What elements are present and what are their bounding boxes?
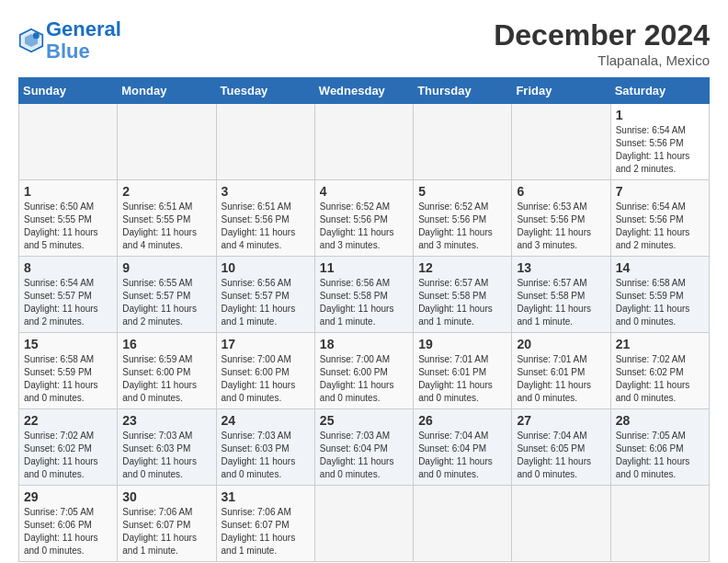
calendar-day-cell: 17 Sunrise: 7:00 AM Sunset: 6:00 PM Dayl… bbox=[216, 333, 314, 409]
empty-cell bbox=[118, 104, 216, 180]
weekday-header-friday: Friday bbox=[512, 78, 610, 104]
calendar-day-cell: 30 Sunrise: 7:06 AM Sunset: 6:07 PM Dayl… bbox=[118, 486, 216, 562]
weekday-header-row: SundayMondayTuesdayWednesdayThursdayFrid… bbox=[19, 78, 710, 104]
day-number: 18 bbox=[320, 337, 408, 351]
day-number: 30 bbox=[122, 489, 210, 504]
calendar-day-cell: 31 Sunrise: 7:06 AM Sunset: 6:07 PM Dayl… bbox=[216, 486, 314, 562]
day-info: Sunrise: 6:50 AM Sunset: 5:55 PM Dayligh… bbox=[24, 201, 112, 252]
calendar-day-cell: 9 Sunrise: 6:55 AM Sunset: 5:57 PM Dayli… bbox=[118, 257, 216, 333]
day-number: 17 bbox=[222, 337, 310, 351]
calendar-day-cell: 26 Sunrise: 7:04 AM Sunset: 6:04 PM Dayl… bbox=[414, 409, 512, 486]
logo-icon bbox=[18, 28, 44, 53]
day-info: Sunrise: 7:06 AM Sunset: 6:07 PM Dayligh… bbox=[222, 506, 310, 557]
day-info: Sunrise: 6:52 AM Sunset: 5:56 PM Dayligh… bbox=[320, 201, 408, 252]
empty-cell bbox=[314, 104, 413, 180]
day-number: 3 bbox=[222, 184, 310, 199]
day-info: Sunrise: 7:01 AM Sunset: 6:01 PM Dayligh… bbox=[418, 353, 506, 405]
logo-text: GeneralBlue bbox=[46, 18, 121, 63]
month-title: December 2024 bbox=[494, 18, 710, 52]
day-number: 4 bbox=[320, 184, 408, 199]
logo: GeneralBlue bbox=[18, 18, 121, 63]
day-info: Sunrise: 7:01 AM Sunset: 6:01 PM Dayligh… bbox=[517, 353, 605, 405]
calendar-day-cell: 4 Sunrise: 6:52 AM Sunset: 5:56 PM Dayli… bbox=[314, 180, 413, 257]
calendar-day-cell: 5 Sunrise: 6:52 AM Sunset: 5:56 PM Dayli… bbox=[414, 180, 512, 257]
calendar-day-cell: 1 Sunrise: 6:54 AM Sunset: 5:56 PM Dayli… bbox=[610, 104, 709, 180]
day-number: 10 bbox=[222, 260, 310, 275]
day-info: Sunrise: 6:54 AM Sunset: 5:57 PM Dayligh… bbox=[24, 277, 112, 328]
day-info: Sunrise: 7:04 AM Sunset: 6:05 PM Dayligh… bbox=[517, 430, 605, 481]
location: Tlapanala, Mexico bbox=[494, 52, 710, 68]
weekday-header-tuesday: Tuesday bbox=[216, 78, 314, 104]
day-number: 21 bbox=[616, 337, 704, 351]
day-info: Sunrise: 6:54 AM Sunset: 5:56 PM Dayligh… bbox=[616, 124, 704, 176]
weekday-header-monday: Monday bbox=[118, 78, 216, 104]
calendar-day-cell: 10 Sunrise: 6:56 AM Sunset: 5:57 PM Dayl… bbox=[216, 257, 314, 333]
day-number: 31 bbox=[222, 489, 310, 504]
calendar-week-row: 8 Sunrise: 6:54 AM Sunset: 5:57 PM Dayli… bbox=[19, 257, 710, 333]
day-number: 12 bbox=[418, 260, 506, 275]
day-info: Sunrise: 6:51 AM Sunset: 5:55 PM Dayligh… bbox=[122, 201, 210, 252]
day-info: Sunrise: 6:51 AM Sunset: 5:56 PM Dayligh… bbox=[222, 201, 310, 252]
calendar-day-cell: 6 Sunrise: 6:53 AM Sunset: 5:56 PM Dayli… bbox=[512, 180, 610, 257]
calendar-day-cell: 15 Sunrise: 6:58 AM Sunset: 5:59 PM Dayl… bbox=[19, 333, 118, 409]
weekday-header-wednesday: Wednesday bbox=[314, 78, 413, 104]
calendar-day-cell: 19 Sunrise: 7:01 AM Sunset: 6:01 PM Dayl… bbox=[414, 333, 512, 409]
day-info: Sunrise: 7:05 AM Sunset: 6:06 PM Dayligh… bbox=[24, 506, 112, 557]
calendar-day-cell: 27 Sunrise: 7:04 AM Sunset: 6:05 PM Dayl… bbox=[512, 409, 610, 486]
day-number: 25 bbox=[320, 413, 408, 428]
calendar-day-cell: 2 Sunrise: 6:51 AM Sunset: 5:55 PM Dayli… bbox=[118, 180, 216, 257]
calendar-week-row: 29 Sunrise: 7:05 AM Sunset: 6:06 PM Dayl… bbox=[19, 486, 710, 562]
weekday-header-thursday: Thursday bbox=[414, 78, 512, 104]
day-info: Sunrise: 7:05 AM Sunset: 6:06 PM Dayligh… bbox=[616, 430, 704, 481]
day-info: Sunrise: 6:57 AM Sunset: 5:58 PM Dayligh… bbox=[418, 277, 506, 328]
day-number: 23 bbox=[122, 413, 210, 428]
calendar-day-cell: 12 Sunrise: 6:57 AM Sunset: 5:58 PM Dayl… bbox=[414, 257, 512, 333]
day-info: Sunrise: 7:03 AM Sunset: 6:03 PM Dayligh… bbox=[222, 430, 310, 481]
calendar-day-cell: 7 Sunrise: 6:54 AM Sunset: 5:56 PM Dayli… bbox=[610, 180, 709, 257]
day-info: Sunrise: 6:55 AM Sunset: 5:57 PM Dayligh… bbox=[122, 277, 210, 328]
calendar-day-cell: 3 Sunrise: 6:51 AM Sunset: 5:56 PM Dayli… bbox=[216, 180, 314, 257]
calendar-day-cell: 24 Sunrise: 7:03 AM Sunset: 6:03 PM Dayl… bbox=[216, 409, 314, 486]
day-number: 15 bbox=[24, 337, 112, 351]
page-header: GeneralBlue December 2024 Tlapanala, Mex… bbox=[18, 18, 710, 68]
day-info: Sunrise: 7:02 AM Sunset: 6:02 PM Dayligh… bbox=[616, 353, 704, 405]
day-number: 22 bbox=[24, 413, 112, 428]
calendar-day-cell: 21 Sunrise: 7:02 AM Sunset: 6:02 PM Dayl… bbox=[610, 333, 709, 409]
day-info: Sunrise: 6:56 AM Sunset: 5:57 PM Dayligh… bbox=[222, 277, 310, 328]
day-number: 1 bbox=[24, 184, 112, 199]
calendar-day-cell: 28 Sunrise: 7:05 AM Sunset: 6:06 PM Dayl… bbox=[610, 409, 709, 486]
weekday-header-saturday: Saturday bbox=[610, 78, 709, 104]
title-block: December 2024 Tlapanala, Mexico bbox=[494, 18, 710, 68]
day-info: Sunrise: 6:53 AM Sunset: 5:56 PM Dayligh… bbox=[517, 201, 605, 252]
calendar-day-cell: 8 Sunrise: 6:54 AM Sunset: 5:57 PM Dayli… bbox=[19, 257, 118, 333]
day-info: Sunrise: 6:54 AM Sunset: 5:56 PM Dayligh… bbox=[616, 201, 704, 252]
empty-cell bbox=[314, 486, 413, 562]
day-number: 7 bbox=[616, 184, 704, 199]
day-info: Sunrise: 6:59 AM Sunset: 6:00 PM Dayligh… bbox=[122, 353, 210, 405]
day-number: 5 bbox=[418, 184, 506, 199]
calendar-week-row: 15 Sunrise: 6:58 AM Sunset: 5:59 PM Dayl… bbox=[19, 333, 710, 409]
day-number: 6 bbox=[517, 184, 605, 199]
day-number: 19 bbox=[418, 337, 506, 351]
day-info: Sunrise: 7:03 AM Sunset: 6:03 PM Dayligh… bbox=[122, 430, 210, 481]
day-info: Sunrise: 7:00 AM Sunset: 6:00 PM Dayligh… bbox=[320, 353, 408, 405]
day-number: 14 bbox=[616, 260, 704, 275]
calendar-day-cell: 16 Sunrise: 6:59 AM Sunset: 6:00 PM Dayl… bbox=[118, 333, 216, 409]
calendar-week-row: 1 Sunrise: 6:50 AM Sunset: 5:55 PM Dayli… bbox=[19, 180, 710, 257]
day-info: Sunrise: 7:00 AM Sunset: 6:00 PM Dayligh… bbox=[222, 353, 310, 405]
day-number: 28 bbox=[616, 413, 704, 428]
empty-cell bbox=[610, 486, 709, 562]
day-info: Sunrise: 7:06 AM Sunset: 6:07 PM Dayligh… bbox=[122, 506, 210, 557]
empty-cell bbox=[512, 104, 610, 180]
day-number: 24 bbox=[222, 413, 310, 428]
day-info: Sunrise: 6:58 AM Sunset: 5:59 PM Dayligh… bbox=[616, 277, 704, 328]
calendar-day-cell: 22 Sunrise: 7:02 AM Sunset: 6:02 PM Dayl… bbox=[19, 409, 118, 486]
day-number: 9 bbox=[122, 260, 210, 275]
day-number: 1 bbox=[616, 108, 704, 122]
empty-cell bbox=[512, 486, 610, 562]
day-info: Sunrise: 7:02 AM Sunset: 6:02 PM Dayligh… bbox=[24, 430, 112, 481]
empty-cell bbox=[19, 104, 118, 180]
calendar-day-cell: 14 Sunrise: 6:58 AM Sunset: 5:59 PM Dayl… bbox=[610, 257, 709, 333]
empty-cell bbox=[216, 104, 314, 180]
day-info: Sunrise: 6:57 AM Sunset: 5:58 PM Dayligh… bbox=[517, 277, 605, 328]
